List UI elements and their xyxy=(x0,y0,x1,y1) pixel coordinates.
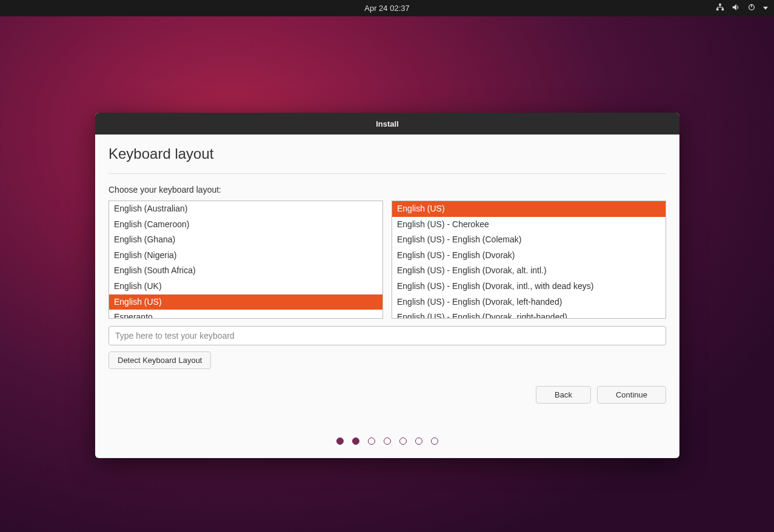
system-indicators[interactable] xyxy=(716,3,768,13)
volume-icon[interactable] xyxy=(732,3,740,13)
variant-item[interactable]: English (US) - English (Dvorak, intl., w… xyxy=(392,279,666,294)
chevron-down-icon[interactable] xyxy=(763,7,768,10)
test-keyboard-input[interactable] xyxy=(108,326,666,345)
detect-layout-button[interactable]: Detect Keyboard Layout xyxy=(108,351,211,369)
divider xyxy=(108,173,666,174)
variant-item[interactable]: English (US) xyxy=(392,201,666,217)
window-titlebar: Install xyxy=(95,113,679,135)
progress-dot xyxy=(399,437,407,445)
layout-item[interactable]: English (South Africa) xyxy=(109,263,382,279)
top-panel: Apr 24 02:37 xyxy=(0,0,774,16)
layout-item[interactable]: English (Australian) xyxy=(109,201,382,217)
progress-dot xyxy=(368,437,375,445)
variant-item[interactable]: English (US) - English (Colemak) xyxy=(392,232,666,248)
variant-item[interactable]: English (US) - English (Dvorak, alt. int… xyxy=(392,263,666,279)
progress-dot xyxy=(431,437,438,445)
layout-listbox[interactable]: English (Australian)English (Cameroon)En… xyxy=(108,201,383,319)
back-button[interactable]: Back xyxy=(536,386,591,404)
svg-rect-2 xyxy=(722,8,724,11)
variant-item[interactable]: English (US) - English (Dvorak, right-ha… xyxy=(392,310,666,319)
progress-dot xyxy=(352,437,359,445)
variant-item[interactable]: English (US) - English (Dvorak, left-han… xyxy=(392,294,666,310)
progress-indicator xyxy=(108,437,666,445)
progress-dot xyxy=(415,437,422,445)
layout-item[interactable]: English (Nigeria) xyxy=(109,248,382,264)
variant-listbox[interactable]: English (US)English (US) - CherokeeEngli… xyxy=(392,201,666,319)
variant-item[interactable]: English (US) - English (Dvorak) xyxy=(392,248,666,264)
layout-item[interactable]: Esperanto xyxy=(109,310,382,319)
variant-item[interactable]: English (US) - Cherokee xyxy=(392,217,666,233)
clock[interactable]: Apr 24 02:37 xyxy=(364,4,409,13)
layout-item[interactable]: English (UK) xyxy=(109,279,382,294)
svg-rect-0 xyxy=(719,4,721,6)
window-title: Install xyxy=(376,119,399,128)
continue-button[interactable]: Continue xyxy=(597,386,666,404)
progress-dot xyxy=(384,437,391,445)
layout-item[interactable]: English (US) xyxy=(109,294,382,310)
power-icon[interactable] xyxy=(747,3,756,13)
prompt-label: Choose your keyboard layout: xyxy=(108,185,666,195)
layout-item[interactable]: English (Cameroon) xyxy=(109,217,382,233)
installer-window: Install Keyboard layout Choose your keyb… xyxy=(95,113,679,458)
svg-rect-1 xyxy=(716,8,719,11)
page-heading: Keyboard layout xyxy=(108,145,666,162)
network-icon[interactable] xyxy=(716,3,724,13)
progress-dot xyxy=(336,437,344,445)
layout-item[interactable]: English (Ghana) xyxy=(109,232,382,248)
